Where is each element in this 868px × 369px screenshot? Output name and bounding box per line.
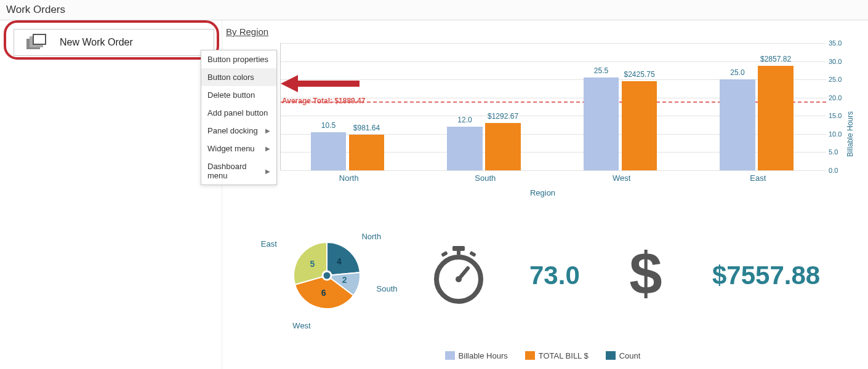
new-work-order-button[interactable]: New Work Order [14, 29, 214, 56]
svg-point-4 [323, 271, 331, 280]
legend-label: Billable Hours [459, 351, 508, 360]
legend: Billable Hours TOTAL BILL $ Count [225, 344, 861, 367]
panel-title: Work Orders [0, 0, 868, 20]
svg-text:6: 6 [321, 288, 326, 298]
svg-text:$: $ [630, 245, 662, 306]
stopwatch-icon [432, 246, 485, 305]
svg-rect-6 [457, 250, 460, 255]
y-axis-title: Billable Hours [846, 111, 854, 157]
x-axis-category: South [417, 173, 554, 183]
chart-title: By Region [225, 23, 861, 41]
left-panel: New Work Order [0, 20, 222, 369]
x-axis-title: Region [225, 188, 861, 197]
y-axis-tick: 0.0 [829, 167, 856, 174]
context-menu: Button propertiesButton colorsDelete but… [201, 50, 277, 185]
svg-text:2: 2 [342, 275, 347, 285]
pie-slice-label: West [292, 321, 310, 330]
chevron-right-icon: ▶ [265, 168, 270, 175]
context-menu-item[interactable]: Button properties [201, 50, 276, 68]
svg-text:5: 5 [310, 259, 315, 269]
x-axis-category: West [553, 173, 690, 183]
highlight-box: New Work Order [4, 20, 219, 60]
context-menu-item[interactable]: Dashboard menu▶ [201, 157, 276, 184]
chevron-right-icon: ▶ [265, 127, 270, 134]
context-menu-item[interactable]: Panel docking▶ [201, 122, 276, 140]
annotation-arrow-icon [281, 73, 361, 94]
pie-slice-label: East [261, 239, 277, 248]
kpi-hours: 73.0 [529, 261, 580, 290]
legend-item: Billable Hours [445, 351, 508, 360]
y-axis-tick: 30.0 [829, 58, 856, 65]
legend-item: Count [606, 351, 641, 360]
pie-slice-label: South [377, 284, 398, 293]
y-axis-tick: 20.0 [829, 94, 856, 101]
y-axis-tick: 25.0 [829, 76, 856, 83]
x-axis-category: North [281, 173, 417, 183]
documents-icon [26, 34, 46, 50]
pie-chart: 4265 NorthSouthWestEast [265, 214, 388, 337]
bar-chart: 0.05.010.015.020.025.030.035.0Billable H… [225, 43, 861, 200]
svg-rect-7 [441, 250, 449, 256]
pie-slice-label: North [361, 232, 381, 241]
new-work-order-label: New Work Order [60, 37, 133, 48]
context-menu-item[interactable]: Widget menu▶ [201, 140, 276, 157]
svg-text:4: 4 [337, 256, 342, 266]
svg-marker-14 [281, 75, 298, 92]
chevron-right-icon: ▶ [265, 145, 270, 152]
legend-label: Count [619, 351, 641, 360]
context-menu-item[interactable]: Add panel button [201, 104, 276, 122]
legend-item: TOTAL BILL $ [525, 351, 589, 360]
y-axis-tick: 35.0 [829, 39, 856, 47]
kpi-dollars: $7557.88 [712, 261, 820, 290]
context-menu-item[interactable]: Delete button [201, 86, 276, 104]
svg-rect-8 [470, 250, 477, 256]
svg-line-11 [459, 268, 468, 279]
x-axis-category: East [690, 173, 827, 183]
context-menu-item[interactable]: Button colors [201, 68, 276, 86]
dollar-icon: $ [624, 245, 668, 306]
legend-label: TOTAL BILL $ [539, 351, 589, 360]
